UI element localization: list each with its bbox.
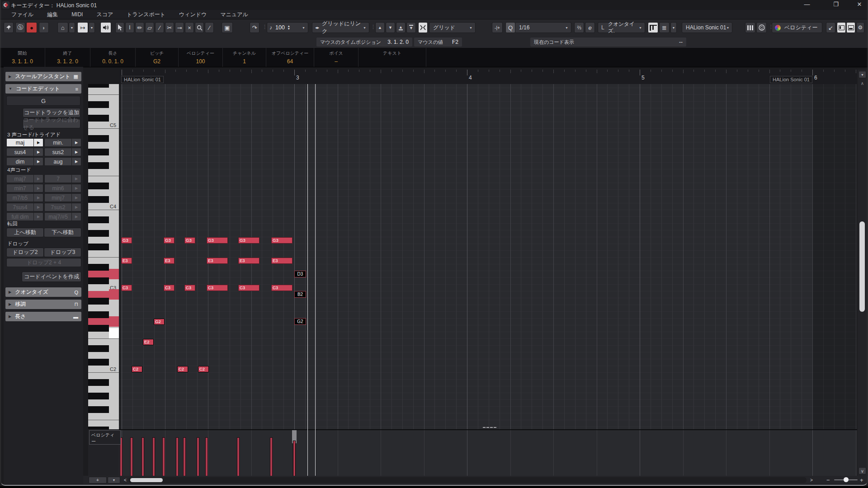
midi-note-G3[interactable]: G3 xyxy=(121,237,132,244)
black-key-F#1[interactable] xyxy=(88,406,109,413)
range-tool[interactable]: I xyxy=(125,22,134,33)
v-zoom-preset-dropdown[interactable]: ▼ xyxy=(859,71,866,78)
quantize-preset-dropdown[interactable]: 1/16 ▼ xyxy=(515,22,571,33)
info-field-3[interactable]: 長さ0. 0. 1. 0 xyxy=(90,48,136,67)
chord-arrow-icon[interactable]: ▶ xyxy=(33,158,43,165)
black-key-F#4[interactable] xyxy=(88,162,109,169)
lane-splitter-handle[interactable] xyxy=(483,427,496,429)
mute-tool[interactable]: × xyxy=(185,22,194,33)
midi-note-C3[interactable]: C3 xyxy=(271,285,292,291)
left-zone-toggle[interactable] xyxy=(837,22,846,33)
nudge-start-left-button[interactable]: ▲ xyxy=(375,22,385,33)
midi-note-G3[interactable]: G3 xyxy=(207,237,228,244)
chord-button-maj[interactable]: maj▶ xyxy=(6,138,43,147)
status-box-2[interactable]: マウスの値F2 xyxy=(414,38,462,47)
midi-note-C3[interactable]: C3 xyxy=(121,285,132,291)
velocity-bar-7[interactable] xyxy=(183,437,186,476)
move-up-button[interactable]: 上へ移動 xyxy=(6,228,44,237)
pin-button[interactable] xyxy=(4,22,14,33)
scroll-right-arrow[interactable]: > xyxy=(808,477,815,483)
menu-item-3[interactable]: MIDI xyxy=(65,11,90,18)
move-down-button[interactable]: 下へ移動 xyxy=(44,228,81,237)
zoom-in-button[interactable]: + xyxy=(860,477,863,483)
controller-lane-setup-dropdown[interactable]: ▼ xyxy=(108,477,120,483)
quantize-panel-button[interactable]: e xyxy=(585,22,595,33)
black-key-D#4[interactable] xyxy=(88,183,109,189)
setup-gear-button[interactable]: ⚙ xyxy=(856,22,864,33)
black-key-A#3[interactable] xyxy=(88,216,109,223)
piano-keyboard[interactable]: C5C4C3C2 xyxy=(88,84,120,429)
highlighted-key-D3[interactable] xyxy=(109,269,119,279)
highlighted-key-G2[interactable] xyxy=(88,318,109,325)
split-tool[interactable]: ✂ xyxy=(165,22,174,33)
velocity-stepper[interactable]: ▴ ▾ xyxy=(288,25,290,30)
lower-zone-toggle[interactable] xyxy=(846,22,855,33)
erase-tool[interactable]: ▱ xyxy=(145,22,154,33)
velocity-bar-selected[interactable] xyxy=(293,441,296,476)
midi-note-C3[interactable]: C3 xyxy=(207,285,228,291)
close-button[interactable]: ✕ xyxy=(852,0,867,10)
track-selector-dropdown[interactable]: HALion Sonic 01 ▼ xyxy=(682,22,732,33)
drop2-button[interactable]: ドロップ2 xyxy=(6,248,44,257)
chord-arrow-icon[interactable]: ▶ xyxy=(71,148,81,156)
midi-note-C2[interactable]: C2 xyxy=(132,366,142,372)
solo-button[interactable]: Ⓢ xyxy=(15,22,25,33)
scroll-down-arrow[interactable]: ∨ xyxy=(859,467,866,474)
midi-note-G3[interactable]: G3 xyxy=(238,237,259,244)
midi-note-G3[interactable]: G3 xyxy=(184,237,195,244)
midi-note-E3[interactable]: E3 xyxy=(121,258,132,264)
zoom-tool[interactable] xyxy=(195,22,204,33)
menu-item-4[interactable]: スコア xyxy=(90,11,120,19)
black-key-A#4[interactable] xyxy=(88,135,109,142)
chord-arrow-icon[interactable]: ▶ xyxy=(33,148,43,156)
highlighted-key-D3[interactable] xyxy=(88,271,109,277)
show-note-expression-button[interactable] xyxy=(648,22,658,33)
black-key-C#5[interactable] xyxy=(88,115,109,122)
acoustic-feedback-button[interactable]: ◗ xyxy=(39,22,49,33)
velocity-bar-3[interactable] xyxy=(142,437,144,476)
velocity-bar-10[interactable] xyxy=(237,437,240,476)
snap-type-dropdown[interactable]: グリッド ▼ xyxy=(429,22,476,33)
midi-note-G3[interactable]: G3 xyxy=(164,237,175,244)
event-color-selector[interactable]: ベロシティー xyxy=(772,22,822,33)
chord-button-sus2[interactable]: sus2▶ xyxy=(44,148,81,156)
info-field-4[interactable]: ピッチG2 xyxy=(136,48,179,67)
nudge-end-right-button[interactable]: ▼ xyxy=(406,22,416,33)
black-key-F#2[interactable] xyxy=(88,325,109,332)
drop3-button[interactable]: ドロップ3 xyxy=(44,248,81,257)
controller-lane-label[interactable]: ベロシティー xyxy=(89,430,121,445)
velocity-bar-11[interactable] xyxy=(270,437,273,476)
black-key-C#3[interactable] xyxy=(88,277,109,284)
midi-note-G2[interactable]: G2 xyxy=(154,319,165,325)
v-scroll-thumb[interactable] xyxy=(859,221,865,312)
info-field-5[interactable]: ベロシティー100 xyxy=(179,48,223,67)
status-box-3[interactable]: 現在のコード表示-- xyxy=(530,38,686,47)
info-field-1[interactable]: 開始3. 1. 1. 0 xyxy=(0,48,45,67)
midi-note-E3[interactable]: E3 xyxy=(271,258,292,264)
show-part-borders-button[interactable]: ▣ xyxy=(222,22,233,33)
h-scroll-track[interactable] xyxy=(128,477,807,483)
velocity-lane[interactable] xyxy=(119,429,857,476)
length-grid-link-dropdown[interactable]: ◂▸ グリッドにリンク ▼ xyxy=(312,22,369,33)
corner-arrow-button[interactable]: ↙ xyxy=(826,22,835,33)
black-key-C#4[interactable] xyxy=(88,196,109,203)
midi-note-C3[interactable]: C3 xyxy=(184,285,195,291)
black-key-D#3[interactable] xyxy=(88,264,109,271)
midi-note-E2[interactable]: E2 xyxy=(143,339,154,345)
part-label-end[interactable]: HALion Sonic 01 xyxy=(770,76,812,83)
iterative-quantize-button[interactable]: ⅔ xyxy=(574,22,584,33)
midi-note-C2[interactable]: C2 xyxy=(177,366,188,372)
chord-arrow-icon[interactable]: ▶ xyxy=(71,158,81,165)
note-display[interactable]: G3G3G3G3G3G3E3E3E3E3E3C3C3C3C3C3C3G2E2C2… xyxy=(119,84,857,429)
part-label-start[interactable]: HALion Sonic 01 xyxy=(121,76,164,83)
chord-button-min[interactable]: min.▶ xyxy=(44,138,81,147)
midi-note-E3[interactable]: E3 xyxy=(238,258,259,264)
menu-item-6[interactable]: ウィンドウ xyxy=(172,11,213,19)
black-key-A#1[interactable] xyxy=(88,379,109,386)
scroll-up-arrow[interactable]: ∧ xyxy=(859,80,866,87)
pitch-visibility-dropdown[interactable]: ▼ xyxy=(69,22,75,33)
midi-note-C3[interactable]: C3 xyxy=(238,285,259,291)
menu-item-7[interactable]: マニュアル xyxy=(213,11,255,19)
timeline-ruler[interactable]: 3456 xyxy=(119,70,857,84)
midi-input-button[interactable] xyxy=(756,22,767,33)
